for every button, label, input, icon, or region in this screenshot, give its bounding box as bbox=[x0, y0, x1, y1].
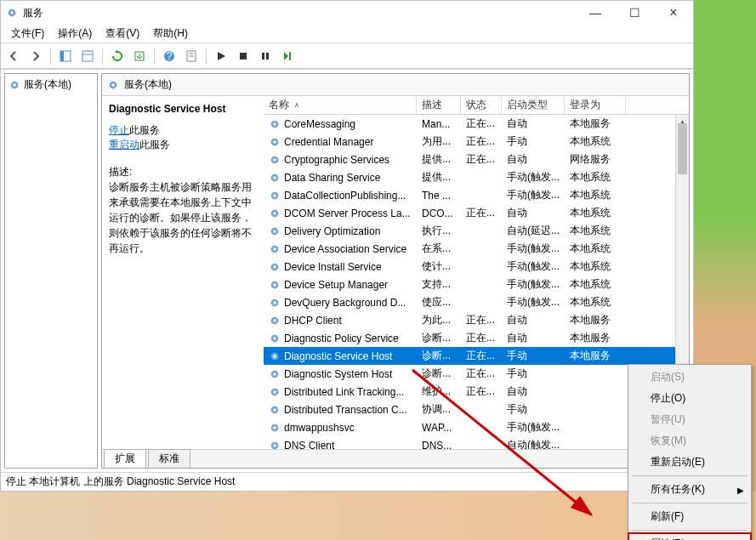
service-name: Cryptographic Services bbox=[284, 154, 389, 166]
service-start: 自动 bbox=[502, 204, 565, 222]
service-start: 自动 bbox=[502, 329, 565, 347]
column-startup[interactable]: 启动类型 bbox=[502, 96, 565, 114]
service-desc: The ... bbox=[417, 188, 461, 203]
context-menu-item[interactable]: 属性(R) bbox=[628, 533, 751, 540]
restart-service-button[interactable] bbox=[278, 47, 297, 65]
table-row[interactable]: Cryptographic Services提供...正在...自动网络服务 bbox=[264, 151, 689, 168]
service-desc: 支持... bbox=[417, 276, 461, 293]
context-menu-item[interactable]: 所有任务(K)▶ bbox=[628, 479, 751, 500]
svg-text:?: ? bbox=[167, 50, 173, 62]
help-button[interactable]: ? bbox=[160, 47, 179, 65]
service-desc: DNS... bbox=[417, 438, 461, 450]
forward-button[interactable] bbox=[26, 47, 45, 65]
table-row[interactable]: Device Association Service在系...手动(触发...本… bbox=[264, 240, 689, 258]
show-hide-tree-button[interactable] bbox=[56, 47, 75, 65]
tree-root-item[interactable]: 服务(本地) bbox=[7, 76, 95, 94]
column-logon[interactable]: 登录为 bbox=[565, 96, 626, 114]
properties-button[interactable] bbox=[182, 47, 201, 65]
tab-extended[interactable]: 扩展 bbox=[104, 449, 146, 468]
service-desc: 提供... bbox=[417, 151, 461, 168]
svg-point-53 bbox=[273, 408, 276, 412]
context-menu-item[interactable]: 刷新(F) bbox=[628, 506, 751, 527]
menu-help[interactable]: 帮助(H) bbox=[146, 25, 195, 43]
service-desc: 诊断... bbox=[417, 347, 461, 365]
refresh-button[interactable] bbox=[108, 47, 127, 65]
service-logon: 本地系统 bbox=[565, 133, 626, 151]
menubar: 文件(F) 操作(A) 查看(V) 帮助(H) bbox=[1, 25, 693, 43]
stop-service-button[interactable] bbox=[234, 47, 253, 65]
service-icon bbox=[269, 243, 281, 255]
service-start: 手动 bbox=[502, 401, 565, 418]
svg-point-41 bbox=[273, 301, 276, 304]
separator bbox=[102, 48, 103, 65]
export-button[interactable] bbox=[130, 47, 149, 65]
service-state bbox=[461, 265, 502, 269]
table-row[interactable]: dmwappushsvcWAP...手动(触发... bbox=[264, 418, 689, 436]
table-row[interactable]: Diagnostic Service Host诊断...正在...手动本地服务 bbox=[264, 347, 689, 365]
service-desc: DCO... bbox=[417, 206, 461, 221]
pause-service-button[interactable] bbox=[256, 47, 275, 65]
svg-point-37 bbox=[273, 265, 276, 269]
service-icon bbox=[269, 190, 281, 202]
close-button[interactable]: × bbox=[654, 1, 693, 25]
table-row[interactable]: Data Sharing Service提供...手动(触发...本地系统 bbox=[264, 168, 689, 186]
menu-action[interactable]: 操作(A) bbox=[51, 25, 99, 43]
service-name: DevQuery Background D... bbox=[284, 297, 406, 309]
back-button[interactable] bbox=[4, 47, 23, 65]
svg-point-1 bbox=[10, 11, 14, 14]
table-row[interactable]: DevQuery Background D...使应...手动(触发...本地系… bbox=[264, 293, 689, 311]
service-start: 自动(触发... bbox=[502, 436, 565, 449]
column-state[interactable]: 状态 bbox=[461, 96, 502, 114]
table-row[interactable]: Distributed Link Tracking...维护...正在...自动 bbox=[264, 383, 689, 401]
service-desc: 提供... bbox=[417, 168, 461, 186]
column-description[interactable]: 描述 bbox=[417, 96, 461, 114]
service-name: Delivery Optimization bbox=[284, 225, 380, 237]
service-desc: 诊断... bbox=[417, 365, 461, 383]
svg-point-57 bbox=[273, 444, 276, 447]
svg-point-35 bbox=[273, 247, 276, 251]
detail-button[interactable] bbox=[78, 47, 97, 65]
table-row[interactable]: CoreMessagingMan...正在...自动本地服务 bbox=[264, 115, 689, 133]
maximize-button[interactable]: ☐ bbox=[615, 1, 654, 25]
table-row[interactable]: Distributed Transaction C...协调...手动 bbox=[264, 401, 689, 418]
table-row[interactable]: DNS ClientDNS...自动(触发... bbox=[264, 436, 689, 449]
list-header: 名称∧ 描述 状态 启动类型 登录为 bbox=[264, 96, 689, 115]
service-logon: 本地系统 bbox=[565, 222, 626, 240]
table-row[interactable]: Device Setup Manager支持...手动(触发...本地系统 bbox=[264, 276, 689, 293]
svg-point-29 bbox=[273, 194, 276, 197]
table-row[interactable]: Diagnostic System Host诊断...正在...手动 bbox=[264, 365, 689, 383]
context-menu-item[interactable]: 停止(O) bbox=[628, 388, 751, 409]
tab-standard[interactable]: 标准 bbox=[148, 449, 190, 468]
service-logon: 本地系统 bbox=[565, 168, 626, 186]
table-row[interactable]: DCOM Server Process La...DCO...正在...自动本地… bbox=[264, 204, 689, 222]
detail-body: Diagnostic Service Host 停止此服务 重启动此服务 描述:… bbox=[102, 96, 689, 449]
menu-separator bbox=[632, 475, 747, 476]
service-logon bbox=[565, 444, 626, 447]
menu-file[interactable]: 文件(F) bbox=[4, 25, 51, 43]
table-row[interactable]: Device Install Service使计...手动(触发...本地系统 bbox=[264, 258, 689, 276]
service-state: 正在... bbox=[461, 329, 502, 347]
menu-view[interactable]: 查看(V) bbox=[99, 25, 146, 43]
service-state bbox=[461, 283, 502, 287]
svg-point-33 bbox=[273, 230, 276, 233]
column-name[interactable]: 名称∧ bbox=[264, 96, 417, 114]
scrollbar-thumb[interactable] bbox=[678, 123, 687, 174]
service-state: 正在... bbox=[461, 347, 502, 365]
service-state: 正在... bbox=[461, 311, 502, 329]
stop-service-link[interactable]: 停止 bbox=[109, 124, 129, 136]
restart-service-link[interactable]: 重启动 bbox=[109, 139, 139, 151]
service-start: 手动 bbox=[502, 133, 565, 151]
table-row[interactable]: Credential Manager为用...正在...手动本地系统 bbox=[264, 133, 689, 151]
start-service-button[interactable] bbox=[212, 47, 230, 65]
table-row[interactable]: Diagnostic Policy Service诊断...正在...自动本地服… bbox=[264, 329, 689, 347]
minimize-button[interactable]: — bbox=[576, 1, 615, 25]
table-row[interactable]: DataCollectionPublishing...The ...手动(触发.… bbox=[264, 186, 689, 204]
table-row[interactable]: Delivery Optimization执行...自动(延迟...本地系统 bbox=[264, 222, 689, 240]
service-name: DHCP Client bbox=[284, 315, 342, 327]
table-row[interactable]: DHCP Client为此...正在...自动本地服务 bbox=[264, 311, 689, 329]
context-menu-item[interactable]: 重新启动(E) bbox=[628, 452, 751, 473]
service-state: 正在... bbox=[461, 133, 502, 151]
service-logon: 本地服务 bbox=[565, 329, 626, 347]
service-state: 正在... bbox=[461, 151, 502, 168]
submenu-indicator-icon: ▶ bbox=[737, 485, 744, 494]
